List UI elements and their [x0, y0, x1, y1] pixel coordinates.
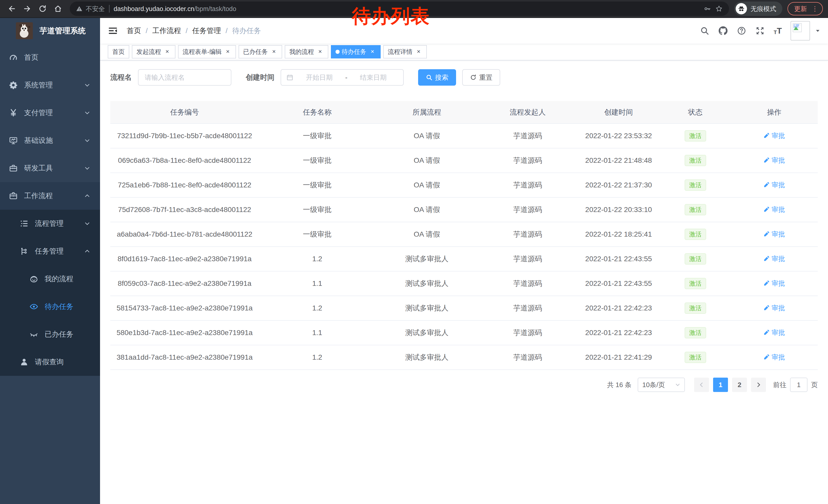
- cell-action: 审批: [731, 345, 818, 370]
- process-name-input[interactable]: 请输入流程名: [138, 69, 232, 86]
- close-icon[interactable]: ×: [415, 48, 422, 55]
- sidebar-item-payment[interactable]: 支付管理: [0, 99, 100, 127]
- sidebar-item-done-task[interactable]: 已办任务: [0, 320, 100, 348]
- security-chip[interactable]: 不安全: [76, 5, 105, 13]
- update-label[interactable]: 更新: [794, 5, 807, 13]
- font-size-icon[interactable]: TT: [774, 27, 782, 35]
- search-icon[interactable]: [700, 26, 709, 36]
- sidebar-item-system[interactable]: 系统管理: [0, 71, 100, 99]
- update-chip[interactable]: 更新 ⋮: [787, 2, 823, 15]
- close-icon[interactable]: ×: [164, 48, 171, 55]
- cell-process-name: 测试多审批人: [376, 246, 478, 271]
- column-header: 所属流程: [376, 101, 478, 124]
- page-size-select[interactable]: 10条/页: [638, 378, 685, 392]
- breadcrumb-workflow[interactable]: 工作流程: [152, 26, 181, 36]
- back-icon[interactable]: [5, 2, 18, 15]
- tab-todo-tasks[interactable]: 待办任务×: [331, 45, 381, 58]
- status-badge: 激活: [685, 303, 706, 314]
- main-area: 首页 / 工作流程 / 任务管理 / 待办任务 TT 首页发起流程×流程表单-: [100, 18, 828, 504]
- close-icon[interactable]: ×: [369, 48, 376, 55]
- tab-my-process[interactable]: 我的流程×: [285, 45, 328, 58]
- tab-label: 已办任务: [243, 48, 268, 56]
- pen-icon: [763, 207, 770, 213]
- app-logo[interactable]: 芋道管理系统: [0, 18, 100, 44]
- home-icon[interactable]: [51, 2, 65, 15]
- close-icon[interactable]: ×: [317, 48, 324, 55]
- sidebar-item-label: 我的流程: [45, 274, 73, 284]
- caret-down-icon[interactable]: [815, 28, 820, 33]
- close-icon[interactable]: ×: [224, 48, 232, 55]
- tab-start-process[interactable]: 发起流程×: [132, 45, 175, 58]
- page-1-button[interactable]: 1: [713, 378, 728, 392]
- dashboard-icon: [9, 53, 18, 62]
- sidebar-item-workflow[interactable]: 工作流程: [0, 182, 100, 210]
- approve-link[interactable]: 审批: [763, 131, 785, 140]
- column-header: 操作: [731, 101, 818, 124]
- status-badge: 激活: [685, 327, 706, 338]
- tab-process-detail[interactable]: 流程详情×: [383, 45, 427, 58]
- table-row: 381aa1dd-7ac8-11ec-a9e2-a2380e71991a1.2测…: [110, 345, 818, 370]
- sidebar-item-label: 工作流程: [24, 191, 53, 201]
- cell-process-name: OA 请假: [376, 148, 478, 173]
- approve-link[interactable]: 审批: [763, 353, 785, 362]
- sidebar-item-process-mgmt[interactable]: 流程管理: [0, 210, 100, 237]
- goto-label: 前往: [773, 380, 786, 390]
- cell-task-id: 069c6a63-7b8a-11ec-8ef0-acde48001122: [110, 148, 259, 173]
- tab-home[interactable]: 首页: [108, 45, 129, 58]
- navbar: 首页 / 工作流程 / 任务管理 / 待办任务 TT: [100, 18, 828, 44]
- approve-link[interactable]: 审批: [763, 304, 785, 313]
- chevron-down-icon: [675, 382, 680, 387]
- bookmark-star-icon[interactable]: [715, 5, 723, 12]
- hamburger-icon[interactable]: [108, 26, 118, 36]
- sidebar-item-task-mgmt[interactable]: 任务管理: [0, 237, 100, 265]
- page-2-button[interactable]: 2: [732, 378, 747, 392]
- approve-link[interactable]: 审批: [763, 205, 785, 214]
- forward-icon[interactable]: [20, 2, 34, 15]
- app-title: 芋道管理系统: [40, 26, 86, 36]
- reset-button[interactable]: 重置: [462, 69, 500, 86]
- cell-status: 激活: [660, 124, 731, 148]
- next-page-button[interactable]: [751, 378, 766, 392]
- approve-link[interactable]: 审批: [763, 328, 785, 337]
- date-range-input[interactable]: 开始日期 - 结束日期: [281, 69, 404, 86]
- approve-link[interactable]: 审批: [763, 230, 785, 239]
- status-badge: 激活: [685, 278, 706, 289]
- search-button[interactable]: 搜索: [418, 69, 456, 86]
- cell-task-name: 一级审批: [259, 197, 376, 222]
- prev-page-button[interactable]: [694, 378, 709, 392]
- approve-link[interactable]: 审批: [763, 156, 785, 165]
- cell-create-time: 2022-01-21 22:43:55: [577, 271, 660, 296]
- tab-done-tasks[interactable]: 已办任务×: [239, 45, 282, 58]
- close-icon[interactable]: ×: [271, 48, 278, 55]
- approve-link[interactable]: 审批: [763, 254, 785, 263]
- sidebar-item-todo-task[interactable]: 待办任务: [0, 293, 100, 320]
- fullscreen-icon[interactable]: [755, 26, 765, 36]
- broken-image-icon: [792, 22, 802, 33]
- sidebar-item-leave-query[interactable]: 请假查询: [0, 348, 100, 376]
- cell-create-time: 2022-01-21 22:43:55: [577, 246, 660, 271]
- sidebar-item-my-process[interactable]: 我的流程: [0, 265, 100, 293]
- app-window: 不安全 dashboard.yudao.iocoder.cn/bpm/task/…: [0, 0, 828, 504]
- table-row: 580e1b3d-7ac8-11ec-a9e2-a2380e71991a1.1测…: [110, 320, 818, 345]
- tab-form-edit[interactable]: 流程表单-编辑×: [178, 45, 236, 58]
- breadcrumb-task-mgmt[interactable]: 任务管理: [192, 26, 221, 36]
- sidebar-item-infra[interactable]: 基础设施: [0, 127, 100, 154]
- url-text[interactable]: dashboard.yudao.iocoder.cn/bpm/task/todo: [114, 5, 236, 12]
- approve-link[interactable]: 审批: [763, 279, 785, 288]
- reload-icon[interactable]: [36, 2, 49, 15]
- goto-page-input[interactable]: 1: [790, 378, 808, 392]
- browser-menu-icon[interactable]: ⋮: [811, 5, 819, 12]
- sidebar-item-home[interactable]: 首页: [0, 44, 100, 71]
- cell-process-starter: 芋道源码: [478, 246, 577, 271]
- sidebar-item-label: 研发工具: [24, 163, 53, 173]
- approve-link[interactable]: 审批: [763, 180, 785, 189]
- help-icon[interactable]: [737, 26, 746, 36]
- url-bar[interactable]: 不安全 dashboard.yudao.iocoder.cn/bpm/task/…: [70, 2, 729, 16]
- avatar[interactable]: [791, 21, 810, 41]
- key-icon[interactable]: [703, 5, 711, 12]
- active-tab-dot: [335, 50, 340, 54]
- sidebar: 芋道管理系统 首页系统管理支付管理基础设施研发工具工作流程流程管理任务管理我的流…: [0, 18, 100, 504]
- breadcrumb-home[interactable]: 首页: [127, 26, 141, 36]
- sidebar-item-devtools[interactable]: 研发工具: [0, 154, 100, 182]
- github-icon[interactable]: [718, 26, 728, 36]
